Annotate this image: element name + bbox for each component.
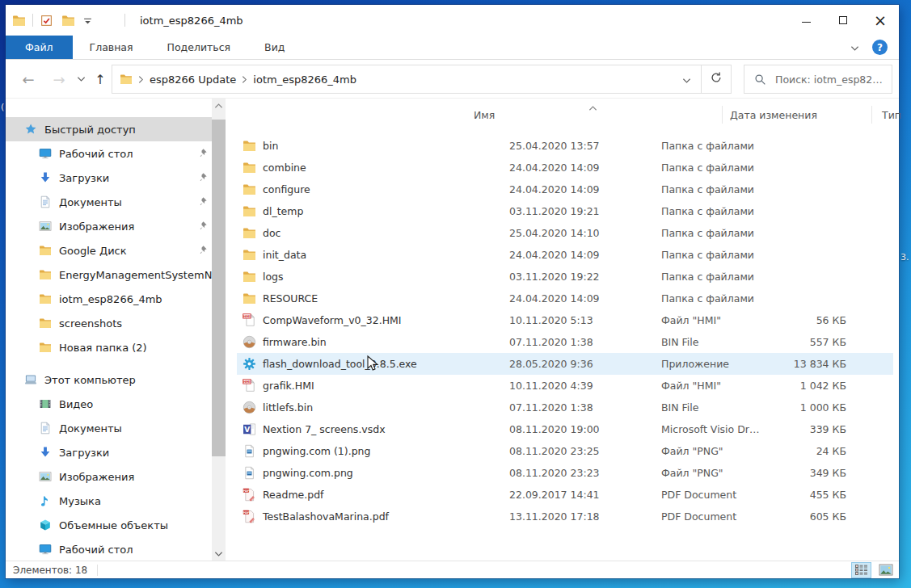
qat-dropdown-icon[interactable] (83, 14, 92, 27)
sidebar-item[interactable]: Google Диск (6, 238, 212, 262)
properties-icon[interactable] (40, 14, 53, 27)
file-row[interactable]: littlefs.bin07.11.2020 1:38BIN File1 000… (237, 397, 893, 418)
file-row[interactable]: HMIgrafik.HMI10.11.2020 4:39Файл "HMI"1 … (237, 375, 893, 397)
new-folder-icon[interactable] (61, 14, 75, 27)
svg-text:PDF: PDF (243, 511, 250, 514)
address-dropdown-icon[interactable] (682, 72, 701, 87)
folder-icon (39, 244, 52, 257)
minimize-button[interactable] (787, 5, 825, 36)
ribbon-tab[interactable]: Главная (73, 36, 150, 59)
column-separator[interactable] (871, 106, 872, 124)
file-row[interactable]: flash_download_tool_3.8.5.exe28.05.2020 … (237, 353, 893, 375)
sidebar-item[interactable]: Новая папка (2) (6, 335, 212, 359)
file-row[interactable]: RESOURCE24.04.2020 14:09Папка с файлами (237, 288, 893, 309)
file-row[interactable]: bin25.04.2020 13:57Папка с файлами (237, 135, 893, 157)
column-header[interactable]: Имя (474, 105, 495, 126)
sidebar-item[interactable]: Документы (6, 416, 212, 440)
ribbon-tab[interactable]: Вид (247, 36, 302, 59)
sidebar-item-label: EnergyManagementSystemN (59, 269, 212, 281)
music-icon (39, 494, 52, 507)
file-row[interactable]: pngwing.com.png08.11.2020 23:23Файл "PNG… (237, 462, 893, 484)
breadcrumb-segment[interactable]: esp8266 Update (150, 74, 236, 86)
sidebar-item[interactable]: Изображения (6, 464, 212, 489)
folder-icon (243, 292, 256, 305)
desktop-icon-text-fragment: ( (1, 102, 4, 112)
breadcrumb-separator-icon[interactable] (242, 75, 247, 84)
desktop-icon (39, 543, 52, 556)
help-button[interactable]: ? (872, 40, 888, 55)
refresh-button[interactable] (702, 65, 732, 94)
sidebar-item[interactable]: Быстрый доступ (6, 117, 212, 141)
back-button[interactable]: ← (17, 60, 40, 99)
file-type: Файл "HMI" (661, 309, 721, 331)
column-separator[interactable] (722, 106, 723, 124)
recent-locations-icon[interactable] (73, 60, 89, 99)
sidebar-item[interactable]: Загрузки (6, 440, 212, 464)
forward-button[interactable]: → (48, 60, 70, 99)
sidebar-item[interactable]: Этот компьютер (6, 368, 212, 392)
folder-icon (243, 226, 256, 240)
title-bar[interactable]: iotm_esp8266_4mb × (6, 5, 899, 36)
file-size: 339 КБ (725, 418, 846, 440)
sidebar-item[interactable]: Видео (6, 392, 212, 416)
file-row[interactable]: HMICompWaveform_v0_32.HMI10.11.2020 5:13… (237, 309, 893, 331)
ribbon-tab-label: Файл (25, 41, 53, 53)
items-count: Элементов: 18 (13, 565, 87, 576)
file-row[interactable]: firmware.bin07.11.2020 1:38BIN File557 К… (237, 331, 893, 353)
pdf-file-icon: PDF (243, 488, 256, 502)
thumbnails-view-button[interactable] (875, 562, 896, 578)
sidebar-item[interactable]: EnergyManagementSystemN (6, 262, 212, 287)
details-view-button[interactable] (851, 562, 871, 578)
file-row[interactable]: PDFReadme.pdf22.09.2017 14:41PDF Documen… (237, 484, 893, 506)
pictures-icon (39, 220, 52, 233)
svg-text:HMI: HMI (243, 380, 251, 384)
sidebar-item[interactable]: iotm_esp8266_4mb (6, 287, 212, 311)
sidebar-item-label: Новая папка (2) (59, 342, 147, 354)
file-row[interactable]: pngwing.com (1).png08.11.2020 23:25Файл … (237, 440, 893, 462)
breadcrumb-segment[interactable]: iotm_esp8266_4mb (253, 74, 356, 86)
scrollbar-thumb[interactable] (212, 120, 226, 456)
sidebar-item[interactable]: Изображения (6, 214, 212, 238)
sidebar-scrollbar[interactable] (212, 99, 226, 561)
breadcrumb-separator-icon[interactable] (138, 75, 144, 84)
sidebar-item[interactable]: Загрузки (6, 166, 212, 190)
column-header[interactable]: Дата изменения (730, 105, 817, 126)
sort-ascending-icon[interactable] (588, 99, 597, 115)
sidebar-item[interactable]: Объемные объекты (6, 513, 212, 537)
disc-file-icon (243, 335, 256, 349)
svg-text:PDF: PDF (243, 489, 250, 493)
scroll-up-icon[interactable] (212, 99, 226, 112)
file-size: 557 КБ (725, 331, 846, 353)
file-row[interactable]: init_data24.04.2020 14:09Папка с файлами (237, 244, 893, 266)
file-row[interactable]: configure24.04.2020 14:09Папка с файлами (237, 178, 893, 200)
file-row[interactable]: dl_temp03.11.2020 19:21Папка с файлами (237, 200, 893, 222)
file-name: combine (263, 157, 306, 178)
gear-file-icon (243, 357, 256, 371)
minimize-icon (802, 22, 811, 23)
search-box (744, 65, 892, 94)
file-row[interactable]: PDFTestBalashovaMarina.pdf13.11.2020 17:… (237, 506, 893, 527)
maximize-button[interactable] (825, 5, 862, 36)
file-row[interactable]: combine24.04.2020 14:09Папка с файлами (237, 157, 893, 178)
sidebar-item[interactable]: Рабочий стол (6, 141, 212, 166)
file-date: 03.11.2020 19:21 (509, 200, 600, 222)
sidebar-item[interactable]: Музыка (6, 489, 212, 513)
ribbon-tab[interactable]: Поделиться (150, 36, 248, 59)
scroll-down-icon[interactable] (212, 547, 226, 561)
ribbon-tab-label: Главная (90, 41, 133, 53)
close-button[interactable]: × (862, 5, 899, 36)
sidebar-item[interactable]: screenshots (6, 311, 212, 335)
ribbon-tab[interactable]: Файл (6, 36, 73, 59)
search-input[interactable] (775, 65, 888, 93)
file-row[interactable]: doc25.04.2020 14:10Папка с файлами (237, 222, 893, 244)
column-header[interactable]: Тип (882, 105, 901, 126)
divider (124, 14, 125, 27)
file-row[interactable]: VNextion 7_ screens.vsdx08.11.2020 19:00… (237, 418, 893, 440)
sidebar-item[interactable]: Документы (6, 190, 212, 214)
expand-ribbon-icon[interactable] (850, 40, 859, 55)
address-bar[interactable]: esp8266 Updateiotm_esp8266_4mb (112, 65, 702, 94)
file-row[interactable]: logs03.11.2020 19:22Папка с файлами (237, 266, 893, 288)
sidebar-item[interactable]: Рабочий стол (6, 537, 212, 561)
up-button[interactable]: ↑ (90, 60, 111, 99)
folder-icon (39, 292, 52, 305)
